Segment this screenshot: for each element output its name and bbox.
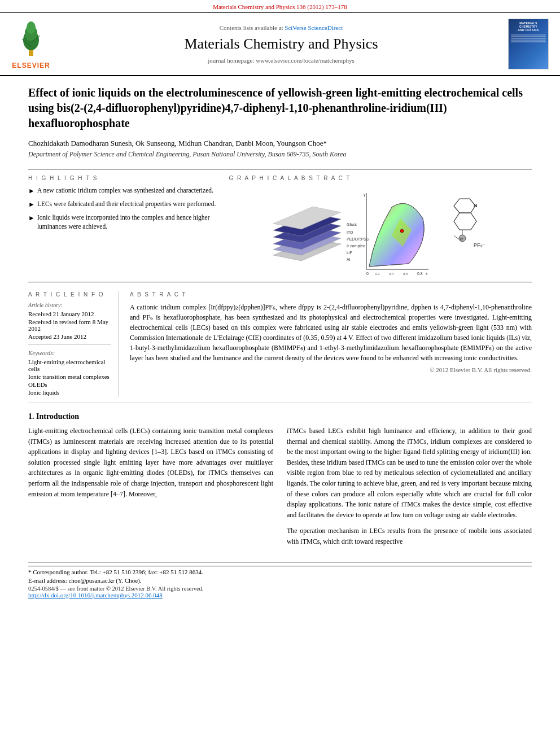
footer-section: * Corresponding author. Tel.: +82 51 510… [28,562,532,599]
keyword-1: Light-emitting electrochemical cells [28,359,111,372]
svg-text:0: 0 [366,272,369,275]
elsevier-logo: ELSEVIER [6,19,56,69]
corresponding-author: * Corresponding author. Tel.: +82 51 510… [28,569,532,575]
keyword-4: Ionic liquids [28,389,111,396]
highlight-text-1: A new cationic iridium complex was synth… [37,186,213,195]
intro-two-col: Light-emitting electrochemical cells (LE… [28,426,532,553]
highlights-graphical-section: H I G H L I G H T S ► A new cationic iri… [28,169,532,282]
journal-title: Materials Chemistry and Physics [184,36,378,53]
bullet-arrow-icon: ► [28,200,35,209]
abstract-text: A cationic iridium complex [Ir(dfppy)₂(d… [130,302,532,363]
highlights-label: H I G H L I G H T S [28,175,217,181]
svg-text:Ir complex: Ir complex [347,244,365,248]
affiliation: Department of Polymer Science and Chemic… [28,150,532,159]
elsevier-tree-icon [11,19,51,59]
keyword-2: Ionic transition metal complexes [28,373,111,380]
svg-text:0.8: 0.8 [417,272,423,275]
list-item: ► LECs were fabricated and their electri… [28,199,217,209]
keywords-label: Keywords: [28,350,111,356]
doi-link[interactable]: http://dx.doi.org/10.1016/j.matchemphys.… [28,592,532,599]
svg-text:0.2: 0.2 [375,272,380,275]
header-center: Contents lists available at SciVerse Sci… [62,19,500,69]
intro-heading: 1. Introduction [28,412,532,421]
svg-text:PF₆⁻: PF₆⁻ [474,242,485,248]
svg-text:N: N [474,203,478,208]
highlight-text-2: LECs were fabricated and their electrica… [37,199,216,208]
svg-point-21 [400,229,404,233]
journal-cover: MATERIALSCHEMISTRYAND PHYSICS [506,19,551,69]
copyright-footer: 0254-0584/$ — see front matter © 2012 El… [28,586,532,592]
svg-text:LiF: LiF [347,251,352,255]
svg-text:0.6: 0.6 [403,272,408,275]
bullet-arrow-icon: ► [28,186,35,196]
journal-homepage: journal homepage: www.elsevier.com/locat… [208,57,355,64]
history-label: Article history: [28,302,111,308]
intro-left: Light-emitting electrochemical cells (LE… [28,426,273,553]
intro-heading-text: 1. Introduction [28,412,79,421]
svg-marker-30 [454,199,475,213]
svg-marker-29 [454,213,476,230]
article-content: Effect of ionic liquids on the electrolu… [0,76,560,610]
graphical-abstract-label: G R A P H I C A L A B S T R A C T [229,175,532,181]
journal-header: ELSEVIER Contents lists available at Sci… [0,13,560,76]
journal-bar: Materials Chemistry and Physics 136 (201… [0,0,560,13]
highlights-col: H I G H L I G H T S ► A new cationic iri… [28,175,217,276]
cover-title: MATERIALSCHEMISTRYAND PHYSICS [518,21,539,32]
intro-paragraph-right-2: The operation mechanism in LECs results … [287,526,532,547]
list-item: ► Ionic liquids were incorporated into t… [28,213,217,231]
cover-box-image: MATERIALSCHEMISTRYAND PHYSICS [508,19,549,69]
bullet-arrow-icon: ► [28,213,35,223]
keyword-3: OLEDs [28,381,111,388]
page: Materials Chemistry and Physics 136 (201… [0,0,560,747]
elsevier-brand-text: ELSEVIER [12,62,50,69]
graphical-abstract-col: G R A P H I C A L A B S T R A C T [229,175,532,276]
article-title: Effect of ionic liquids on the electrolu… [28,85,532,131]
footer-divider [28,566,532,566]
authors-text: Chozhidakath Damodharan Sunesh, Ok Sunse… [28,139,327,147]
svg-text:ITO: ITO [347,230,353,234]
received-date: Received 21 January 2012 [28,311,111,317]
sciverse-link[interactable]: SciVerse ScienceDirect [285,24,343,31]
sciverse-line: Contents lists available at SciVerse Sci… [220,24,343,31]
abstract-col: A B S T R A C T A cationic iridium compl… [130,291,532,397]
abstract-label: A B S T R A C T [130,291,532,298]
accepted-date: Accepted 23 June 2012 [28,333,111,340]
authors: Chozhidakath Damodharan Sunesh, Ok Sunse… [28,139,532,148]
graphical-abstract-image: Al LiF Ir complex PEDOT:PSS ITO Glass [229,186,532,276]
revised-date: Received in revised form 8 May 2012 [28,318,111,332]
info-abstract-section: A R T I C L E I N F O Article history: R… [28,291,532,403]
intro-right: iTMCs based LECs exhibit high luminance … [287,426,532,553]
article-info-col: A R T I C L E I N F O Article history: R… [28,291,119,397]
cover-lines [510,34,547,43]
svg-text:Al: Al [347,257,351,261]
article-info-label: A R T I C L E I N F O [28,291,111,298]
svg-point-3 [27,21,36,34]
svg-text:Glass: Glass [347,222,357,226]
highlight-text-3: Ionic liquids were incorporated into the… [37,213,218,231]
abstract-copyright: © 2012 Elsevier B.V. All rights reserved… [130,366,532,373]
graphical-abstract-svg: Al LiF Ir complex PEDOT:PSS ITO Glass [262,187,499,275]
intro-paragraph-right-1: iTMCs based LECs exhibit high luminance … [287,426,532,520]
intro-paragraph-left: Light-emitting electrochemical cells (LE… [28,426,273,499]
journal-citation: Materials Chemistry and Physics 136 (201… [213,3,347,10]
svg-text:PEDOT:PSS: PEDOT:PSS [347,237,369,241]
svg-line-36 [454,235,459,239]
list-item: ► A new cationic iridium complex was syn… [28,186,217,196]
svg-text:x: x [426,272,428,275]
divider [28,344,111,345]
email-address: E-mail address: choe@pusan.ac.kr (Y. Cho… [28,577,532,584]
svg-text:y: y [364,193,366,197]
svg-text:0.4: 0.4 [389,272,394,275]
svg-text:Ir: Ir [460,237,463,242]
highlights-list: ► A new cationic iridium complex was syn… [28,186,217,231]
